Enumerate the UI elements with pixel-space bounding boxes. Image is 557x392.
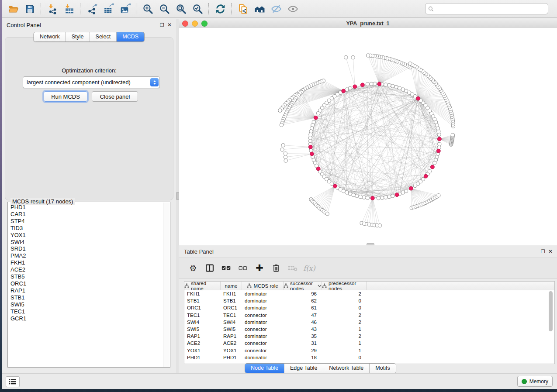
table-options-icon[interactable]: ⚙	[187, 261, 200, 275]
cell-name: YOX1	[221, 348, 242, 353]
mcds-result-item[interactable]: SWI5	[9, 301, 163, 308]
mcds-scrollbar[interactable]	[163, 203, 170, 367]
cell-predecessor_nodes: 1	[322, 327, 367, 332]
column-header-predecessor-nodes[interactable]: predecessor nodes	[322, 282, 367, 290]
task-list-icon	[9, 379, 16, 385]
cell-name: PHD1	[221, 355, 242, 360]
column-header-shared-name[interactable]: shared name	[184, 282, 221, 290]
tab-mcds[interactable]: MCDS	[116, 32, 144, 41]
cell-name: STB1	[221, 298, 242, 303]
sort-chevron-icon	[318, 285, 322, 287]
memory-button[interactable]: Memory	[517, 376, 553, 387]
tab-select[interactable]: Select	[90, 32, 117, 41]
table-scrollbar[interactable]	[548, 291, 554, 362]
tab-network-table[interactable]: Network Table	[323, 364, 369, 373]
table-row-swi5[interactable]: SWI5SWI5connector431	[184, 326, 554, 333]
tab-network[interactable]: Network	[34, 32, 66, 41]
main-toolbar	[2, 0, 557, 18]
close-panel-button[interactable]: Close panel	[92, 91, 138, 102]
import-network-icon[interactable]	[45, 2, 60, 16]
refresh-view-icon[interactable]	[213, 2, 228, 16]
mcds-result-item[interactable]: PMA2	[9, 252, 163, 259]
table-row-phd1[interactable]: PHD1PHD1dominator180	[184, 354, 554, 361]
tab-motifs[interactable]: Motifs	[369, 364, 395, 373]
mcds-result-list: PHD1CAR1STP4TID3YOX1SWI4SRD1PMA2FKH1ACE2…	[9, 204, 163, 366]
table-row-fkh1[interactable]: FKH1FKH1dominator962	[184, 290, 554, 297]
cell-predecessor_nodes: 1	[322, 348, 367, 353]
copy-current-style-icon[interactable]	[235, 2, 250, 16]
delete-columns-icon[interactable]	[270, 261, 283, 275]
tab-node-table[interactable]: Node Table	[245, 364, 284, 373]
mcds-result-item[interactable]: ORC1	[9, 280, 163, 287]
dropdown-stepper-icon	[150, 78, 159, 86]
column-label: name	[225, 283, 238, 289]
task-history-button[interactable]	[6, 376, 20, 387]
zoom-selected-icon[interactable]	[190, 2, 205, 16]
export-table-icon[interactable]	[101, 2, 116, 16]
mcds-result-item[interactable]: ACE2	[9, 266, 163, 273]
table-row-swi4[interactable]: SWI4SWI4dominator462	[184, 319, 554, 326]
column-label: shared name	[191, 281, 220, 291]
search-input[interactable]	[436, 5, 545, 12]
mcds-result-item[interactable]: STB5	[9, 273, 163, 280]
float-panel-icon[interactable]: ❐	[541, 249, 545, 254]
cell-mcds_role: connector	[242, 340, 284, 346]
export-image-icon[interactable]	[118, 2, 132, 16]
network-window-titlebar: YPA_prune.txt_1	[179, 19, 557, 28]
column-header-successor-nodes[interactable]: successor nodes	[284, 282, 322, 290]
cell-shared_name: FKH1	[184, 291, 221, 296]
show-all-icon[interactable]	[285, 2, 300, 16]
table-row-tec1[interactable]: TEC1TEC1connector472	[184, 312, 554, 319]
close-panel-icon[interactable]: ✕	[548, 249, 553, 254]
mcds-result-item[interactable]: PHD1	[9, 204, 163, 211]
search-box[interactable]	[425, 3, 548, 14]
network-view-window: YPA_prune.txt_1	[179, 19, 557, 245]
network-canvas[interactable]	[179, 28, 557, 245]
open-file-icon[interactable]	[6, 2, 21, 16]
mcds-result-item[interactable]: SRD1	[9, 245, 163, 252]
deselect-all-rows-icon[interactable]	[236, 261, 249, 275]
mcds-result-box: MCDS result (17 nodes) PHD1CAR1STP4TID3Y…	[7, 202, 170, 368]
mcds-result-item[interactable]: GCR1	[9, 315, 163, 322]
mcds-result-item[interactable]: TEC1	[9, 308, 163, 315]
mcds-result-item[interactable]: STP4	[9, 218, 163, 225]
hide-selected-icon[interactable]	[269, 2, 284, 16]
mcds-result-item[interactable]: STB1	[9, 294, 163, 301]
export-network-icon[interactable]	[84, 2, 99, 16]
memory-status-icon	[522, 379, 527, 384]
tab-style[interactable]: Style	[66, 32, 90, 41]
run-mcds-button[interactable]: Run MCDS	[44, 91, 87, 102]
cell-name: TEC1	[221, 313, 242, 318]
table-toolbar: ⚙ ✚ f(x)	[179, 258, 557, 279]
mcds-result-item[interactable]: FKH1	[9, 259, 163, 266]
table-row-rap1[interactable]: RAP1RAP1dominator352	[184, 333, 554, 340]
mcds-result-item[interactable]: CAR1	[9, 211, 163, 218]
table-body: FKH1FKH1dominator962STB1STB1dominator620…	[184, 290, 554, 361]
show-columns-icon[interactable]	[203, 261, 216, 275]
float-panel-icon[interactable]: ❐	[160, 23, 164, 28]
table-row-ace2[interactable]: ACE2ACE2connector311	[184, 340, 554, 347]
mcds-result-item[interactable]: RAP1	[9, 287, 163, 294]
mcds-result-item[interactable]: YOX1	[9, 232, 163, 239]
column-header-mcds-role[interactable]: MCDS role	[242, 282, 284, 290]
table-row-yox1[interactable]: YOX1YOX1connector291	[184, 347, 554, 354]
mcds-result-item[interactable]: SWI4	[9, 239, 163, 246]
table-scrollbar-thumb[interactable]	[549, 291, 553, 331]
add-column-icon[interactable]: ✚	[253, 261, 266, 275]
select-all-rows-icon[interactable]	[220, 261, 233, 275]
zoom-fit-icon[interactable]	[173, 2, 188, 16]
save-session-icon[interactable]	[22, 2, 37, 16]
tab-edge-table[interactable]: Edge Table	[284, 364, 323, 373]
table-row-orc1[interactable]: ORC1ORC1dominator610	[184, 304, 554, 311]
criterion-dropdown[interactable]: largest connected component (undirected)	[23, 76, 160, 88]
first-neighbors-icon[interactable]	[252, 2, 267, 16]
mcds-result-item[interactable]: TID3	[9, 225, 163, 232]
criterion-value: largest connected component (undirected)	[23, 79, 150, 86]
import-table-icon[interactable]	[62, 2, 76, 16]
table-row-stb1[interactable]: STB1STB1dominator620	[184, 297, 554, 304]
zoom-out-icon[interactable]	[157, 2, 172, 16]
zoom-in-icon[interactable]	[140, 2, 155, 16]
search-icon	[428, 6, 434, 12]
column-header-name[interactable]: name	[221, 282, 242, 290]
close-panel-icon[interactable]: ✕	[167, 23, 172, 28]
